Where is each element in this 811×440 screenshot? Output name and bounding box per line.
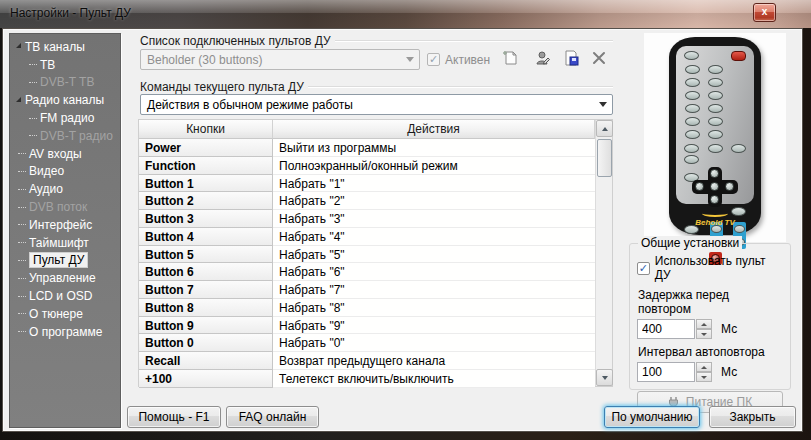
sidebar-item-6[interactable]: AV входы xyxy=(10,145,120,163)
sidebar-item-9[interactable]: DVB поток xyxy=(10,198,120,216)
action-cell[interactable]: Набрать "9" xyxy=(273,317,595,335)
expand-arrow-icon[interactable] xyxy=(16,97,21,102)
action-cell[interactable]: Набрать "4" xyxy=(273,228,595,246)
spin-down-icon[interactable] xyxy=(696,372,712,382)
remote-select[interactable]: Beholder (30 buttons) xyxy=(140,49,420,70)
mode-select[interactable]: Действия в обычном режиме работы xyxy=(140,94,613,115)
rename-remote-icon[interactable] xyxy=(532,47,554,69)
remote-digit-button xyxy=(685,78,700,87)
desktop-background: Настройки - Пульт ДУ x ТВ каналыТВDVB-T … xyxy=(0,0,811,440)
use-remote-checkbox[interactable]: ✓ xyxy=(637,262,650,275)
sidebar-item-15[interactable]: О тюнере xyxy=(10,305,120,323)
sidebar-item-1[interactable]: ТВ xyxy=(10,56,120,74)
table-scrollbar[interactable] xyxy=(595,120,612,386)
column-header-actions[interactable]: Действия xyxy=(273,120,595,139)
table-row[interactable]: Button 1Набрать "1" xyxy=(139,175,595,193)
table-row[interactable]: PowerВыйти из программы xyxy=(139,139,595,157)
action-cell[interactable]: Набрать "3" xyxy=(273,210,595,228)
button-cell[interactable]: Button 3 xyxy=(139,210,273,228)
action-cell[interactable]: Телетекст включить/выключить xyxy=(273,370,595,388)
remote-digit-button xyxy=(685,104,700,113)
sidebar-item-7[interactable]: Видео xyxy=(10,163,120,181)
spin-down-icon[interactable] xyxy=(696,329,712,339)
window-close-button[interactable]: x xyxy=(753,3,776,22)
button-cell[interactable]: Button 5 xyxy=(139,246,273,264)
action-cell[interactable]: Набрать "0" xyxy=(273,334,595,352)
button-cell[interactable]: Button 2 xyxy=(139,192,273,210)
sidebar-item-12[interactable]: Пульт ДУ xyxy=(10,252,120,270)
sidebar-item-11[interactable]: Таймшифт xyxy=(10,234,120,252)
table-row[interactable]: Button 7Набрать "7" xyxy=(139,281,595,299)
table-row[interactable]: Button 2Набрать "2" xyxy=(139,192,595,210)
sidebar-item-label: Аудио xyxy=(29,182,63,196)
delete-remote-icon[interactable] xyxy=(588,47,610,69)
commands-table: Кнопки Действия PowerВыйти из программыF… xyxy=(138,119,613,387)
column-header-buttons[interactable]: Кнопки xyxy=(139,120,273,139)
interval-label: Интервал автоповтора xyxy=(638,345,783,359)
action-cell[interactable]: Набрать "8" xyxy=(273,299,595,317)
interval-input[interactable] xyxy=(637,362,695,382)
table-row[interactable]: +100Телетекст включить/выключить xyxy=(139,370,595,388)
faq-button[interactable]: FAQ онлайн xyxy=(226,406,319,428)
table-row[interactable]: Button 3Набрать "3" xyxy=(139,210,595,228)
sidebar-item-8[interactable]: Аудио xyxy=(10,180,120,198)
table-row[interactable]: Button 0Набрать "0" xyxy=(139,334,595,352)
button-cell[interactable]: Power xyxy=(139,139,273,157)
scroll-up-icon[interactable] xyxy=(596,120,613,137)
expand-arrow-icon[interactable] xyxy=(16,43,21,48)
action-cell[interactable]: Возврат предыдущего канала xyxy=(273,352,595,370)
button-cell[interactable]: Recall xyxy=(139,352,273,370)
remote-digit-button xyxy=(708,117,723,126)
help-button[interactable]: Помощь - F1 xyxy=(127,406,221,428)
button-cell[interactable]: Button 0 xyxy=(139,334,273,352)
action-cell[interactable]: Набрать "1" xyxy=(273,175,595,193)
scrollbar-thumb[interactable] xyxy=(597,139,612,177)
action-cell[interactable]: Набрать "6" xyxy=(273,263,595,281)
save-remote-icon[interactable] xyxy=(560,47,582,69)
sidebar-item-4[interactable]: FM радио xyxy=(10,109,120,127)
active-checkbox[interactable]: ✓ xyxy=(427,53,440,66)
sidebar-item-0[interactable]: ТВ каналы xyxy=(10,38,120,56)
sidebar-item-10[interactable]: Интерфейс xyxy=(10,216,120,234)
defaults-button[interactable]: По умолчанию xyxy=(604,406,700,428)
table-row[interactable]: Button 8Набрать "8" xyxy=(139,299,595,317)
main-panel: Список подключенных пультов ДУ Beholder … xyxy=(136,33,615,425)
delay-input[interactable] xyxy=(637,319,695,339)
action-cell[interactable]: Набрать "7" xyxy=(273,281,595,299)
button-cell[interactable]: Button 4 xyxy=(139,228,273,246)
sidebar-item-3[interactable]: Радио каналы xyxy=(10,91,120,109)
button-cell[interactable]: Button 9 xyxy=(139,317,273,335)
button-cell[interactable]: Button 8 xyxy=(139,299,273,317)
action-cell[interactable]: Выйти из программы xyxy=(273,139,595,157)
button-cell[interactable]: Function xyxy=(139,157,273,175)
sidebar-item-16[interactable]: О программе xyxy=(10,323,120,341)
table-row[interactable]: FunctionПолноэкранный/оконный режим xyxy=(139,157,595,175)
interval-spinner[interactable] xyxy=(696,362,712,382)
action-cell[interactable]: Полноэкранный/оконный режим xyxy=(273,157,595,175)
sidebar-item-2[interactable]: DVB-T ТВ xyxy=(10,74,120,92)
table-row[interactable]: Button 5Набрать "5" xyxy=(139,246,595,264)
button-cell[interactable]: Button 6 xyxy=(139,263,273,281)
window-titlebar[interactable]: Настройки - Пульт ДУ x xyxy=(0,0,811,28)
button-cell[interactable]: Button 7 xyxy=(139,281,273,299)
new-remote-icon[interactable] xyxy=(499,47,521,69)
action-cell[interactable]: Набрать "2" xyxy=(273,192,595,210)
table-row[interactable]: Button 6Набрать "6" xyxy=(139,263,595,281)
sidebar-item-13[interactable]: Управление xyxy=(10,269,120,287)
button-cell[interactable]: Button 1 xyxy=(139,175,273,193)
tree-connector xyxy=(18,189,26,190)
button-cell[interactable]: +100 xyxy=(139,370,273,388)
scroll-down-icon[interactable] xyxy=(596,369,613,386)
spin-up-icon[interactable] xyxy=(696,319,712,329)
close-button[interactable]: Закрыть xyxy=(709,406,796,428)
table-row[interactable]: Button 4Набрать "4" xyxy=(139,228,595,246)
table-row[interactable]: RecallВозврат предыдущего канала xyxy=(139,352,595,370)
tree-connector xyxy=(18,224,26,225)
sidebar-item-14[interactable]: LCD и OSD xyxy=(10,287,120,305)
action-cell[interactable]: Набрать "5" xyxy=(273,246,595,264)
delay-spinner[interactable] xyxy=(696,319,712,339)
remote-digit-button xyxy=(708,91,723,100)
table-row[interactable]: Button 9Набрать "9" xyxy=(139,317,595,335)
spin-up-icon[interactable] xyxy=(696,362,712,372)
sidebar-item-5[interactable]: DVB-T радио xyxy=(10,127,120,145)
